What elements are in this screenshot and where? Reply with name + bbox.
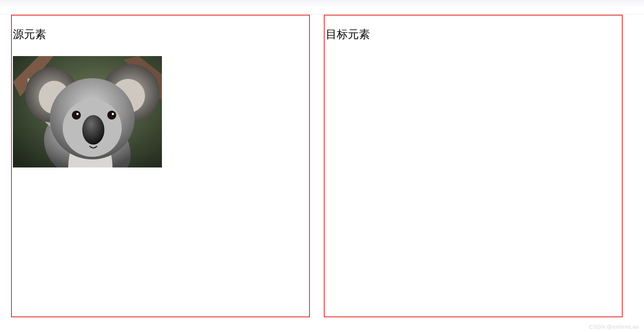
svg-point-10: [107, 111, 116, 120]
browser-chrome-strip: [0, 0, 644, 6]
source-drop-zone[interactable]: 源元素: [11, 15, 310, 317]
draggable-image[interactable]: [13, 56, 162, 167]
svg-point-11: [112, 113, 114, 115]
svg-point-12: [82, 115, 104, 145]
svg-point-8: [72, 111, 81, 120]
svg-point-9: [76, 113, 79, 115]
source-panel-title: 源元素: [13, 29, 309, 40]
target-drop-zone[interactable]: 目标元素: [324, 15, 623, 317]
target-panel-title: 目标元素: [326, 29, 622, 40]
watermark-text: CSDN @eshineLau: [589, 324, 639, 330]
koala-image-icon: [13, 56, 162, 167]
horizontal-divider: [0, 14, 644, 14]
